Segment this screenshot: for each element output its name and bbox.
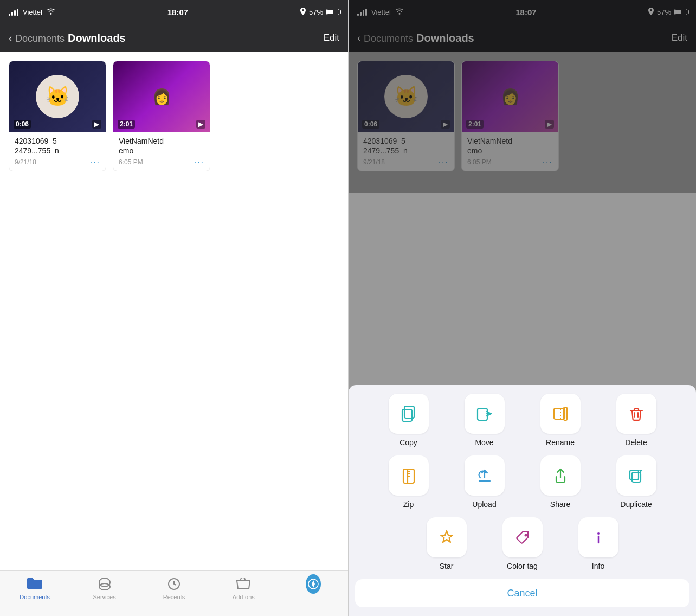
copy-icon-box [389, 394, 429, 434]
zip-label: Zip [403, 500, 414, 509]
svg-point-0 [99, 578, 110, 587]
status-right: 57% [300, 8, 339, 17]
svg-rect-21 [632, 472, 641, 482]
action-row-2: Zip Upload [355, 455, 689, 509]
info-label: Info [592, 562, 604, 570]
tab-recents-label: Recents [163, 594, 185, 600]
status-left: Viettel [9, 8, 55, 16]
action-row-1: Copy Move [355, 394, 689, 447]
svg-rect-22 [630, 470, 639, 480]
action-row-3: Star Color tag [355, 517, 689, 570]
colortag-label: Color tag [507, 562, 538, 570]
battery-icon [326, 9, 339, 15]
duplicate-button[interactable]: Duplicate [601, 455, 672, 509]
info-button[interactable]: Info [563, 517, 634, 570]
nav-current-left: Downloads [68, 32, 126, 44]
svg-marker-4 [312, 580, 315, 588]
colortag-button[interactable]: Color tag [487, 517, 558, 570]
rename-icon-box [540, 394, 581, 434]
upload-button[interactable]: Upload [449, 455, 520, 509]
services-icon [97, 576, 112, 592]
svg-point-26 [597, 532, 600, 535]
move-button[interactable]: Move [449, 394, 520, 447]
svg-rect-5 [404, 406, 414, 418]
file-info-2: VietNamNetdemo 6:05 PM ··· [113, 132, 210, 171]
documents-icon [27, 576, 42, 592]
upload-icon-box [465, 455, 505, 496]
tab-compass[interactable] [292, 576, 335, 592]
tab-addons-label: Add-ons [233, 594, 255, 600]
status-bar-left: Viettel 18:07 57% [0, 0, 348, 24]
location-icon [300, 8, 306, 17]
status-time: 18:07 [167, 8, 188, 17]
star-icon-box [427, 517, 467, 557]
wifi-icon [47, 8, 55, 16]
rename-label: Rename [546, 438, 575, 447]
thumbnail-image-2: 👩 [152, 88, 171, 106]
copy-button[interactable]: Copy [373, 394, 444, 447]
addons-icon [236, 576, 251, 592]
file-name-2: VietNamNetdemo [119, 136, 204, 156]
tab-documents[interactable]: Documents [13, 576, 56, 600]
cancel-button[interactable]: Cancel [355, 579, 689, 607]
tab-recents[interactable]: Recents [152, 576, 196, 600]
file-thumb-2: 👩 2:01 ▶ [113, 61, 210, 132]
recents-icon [166, 576, 182, 592]
nav-title-left: Documents Downloads [15, 32, 324, 44]
delete-button[interactable]: Delete [601, 394, 672, 447]
action-sheet-overlay: Copy Move [349, 0, 696, 616]
left-panel: Viettel 18:07 57% ‹ Documents Downloads … [0, 0, 348, 616]
file-info-1: 42031069_52479...755_n 9/21/18 ··· [9, 132, 106, 171]
svg-point-25 [524, 534, 527, 537]
right-panel: Viettel 18:07 57% ‹ Documents Downloads … [348, 0, 696, 616]
move-label: Move [475, 438, 493, 447]
share-button[interactable]: Share [525, 455, 596, 509]
play-icon-2: ▶ [196, 120, 205, 129]
tab-addons[interactable]: Add-ons [222, 576, 265, 600]
upload-label: Upload [472, 500, 496, 509]
zip-icon-box [389, 455, 429, 496]
duplicate-icon-box [616, 455, 656, 496]
share-label: Share [550, 500, 570, 509]
zip-button[interactable]: Zip [373, 455, 444, 509]
star-button[interactable]: Star [411, 517, 482, 570]
file-card-2[interactable]: 👩 2:01 ▶ VietNamNetdemo 6:05 PM ··· [113, 61, 210, 171]
more-button-2[interactable]: ··· [194, 158, 204, 166]
nav-parent-left: Documents [15, 33, 65, 44]
move-icon-box [465, 394, 505, 434]
rename-button[interactable]: Rename [525, 394, 596, 447]
delete-icon-box [616, 394, 656, 434]
star-label: Star [440, 562, 454, 570]
copy-label: Copy [399, 438, 417, 447]
file-thumb-1: 🐱 0:06 ▶ [9, 61, 106, 132]
file-date-2: 6:05 PM [119, 158, 143, 166]
tab-documents-label: Documents [20, 594, 50, 600]
edit-button-left[interactable]: Edit [324, 33, 339, 43]
svg-rect-7 [478, 408, 487, 420]
thumbnail-image-1: 🐱 [36, 75, 79, 118]
compass-icon [306, 576, 321, 592]
video-duration-1: 0:06 [14, 120, 31, 129]
tab-services[interactable]: Services [83, 576, 126, 600]
battery-pct: 57% [309, 8, 323, 16]
carrier-label: Viettel [23, 8, 42, 16]
file-grid-left: 🐱 0:06 ▶ 42031069_52479...755_n 9/21/18 … [0, 52, 348, 570]
share-icon-box [540, 455, 581, 496]
file-name-1: 42031069_52479...755_n [15, 136, 100, 156]
file-card-1[interactable]: 🐱 0:06 ▶ 42031069_52479...755_n 9/21/18 … [9, 61, 106, 171]
svg-rect-6 [402, 409, 412, 421]
play-icon-1: ▶ [92, 120, 101, 129]
action-sheet: Copy Move [349, 385, 696, 616]
back-icon[interactable]: ‹ [9, 33, 12, 44]
file-date-1: 9/21/18 [15, 158, 36, 166]
info-icon-box [578, 517, 618, 557]
tab-bar-left: Documents Services Recents [0, 570, 348, 616]
duplicate-label: Duplicate [620, 500, 652, 509]
nav-bar-left: ‹ Documents Downloads Edit [0, 24, 348, 52]
more-button-1[interactable]: ··· [90, 158, 100, 166]
signal-icon [9, 8, 18, 16]
delete-label: Delete [625, 438, 647, 447]
file-meta-1: 9/21/18 ··· [15, 158, 100, 166]
colortag-icon-box [502, 517, 543, 557]
tab-services-label: Services [93, 594, 115, 600]
